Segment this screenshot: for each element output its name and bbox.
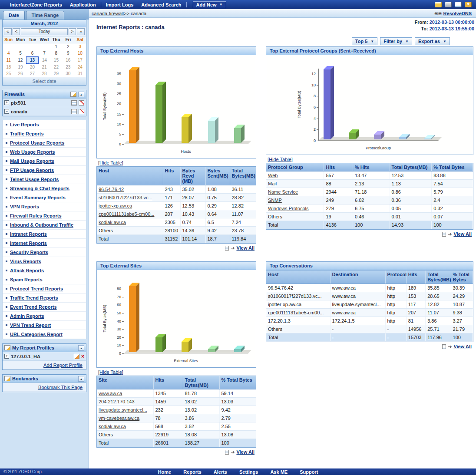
calendar-day[interactable]: 6: [26, 50, 38, 57]
report-link[interactable]: Streaming & Chat Reports: [10, 186, 69, 191]
report-link[interactable]: Traffic Trend Reports: [10, 295, 58, 300]
report-link[interactable]: Admin Reports: [10, 313, 44, 319]
report-link[interactable]: FTP Usage Reports: [10, 168, 54, 173]
report-link[interactable]: VPN Trend Report: [10, 323, 51, 328]
sidebar-item-inbound-outbound-traffic[interactable]: Inbound & Outbound Traffic: [3, 221, 86, 230]
today-button[interactable]: Today: [21, 28, 67, 35]
schedule-icon[interactable]: [455, 2, 462, 7]
nav-item-import-logs[interactable]: Import Logs: [106, 2, 134, 7]
hide-table-link[interactable]: [Hide Table]: [268, 157, 293, 162]
next-year-button[interactable]: »: [77, 28, 85, 35]
graph-icon[interactable]: [79, 100, 84, 106]
sidebar-item-intranet-reports[interactable]: Intranet Reports: [3, 230, 86, 239]
report-link[interactable]: Firewall Rules Reports: [10, 213, 62, 218]
report-icon[interactable]: [71, 109, 77, 114]
report-link[interactable]: VPN Reports: [10, 204, 39, 209]
footer-link-support[interactable]: Support: [300, 469, 318, 475]
view-all-link[interactable]: View All: [236, 245, 255, 251]
sidebar-item-protocol-usage-reports[interactable]: Protocol Usage Reports: [3, 139, 86, 148]
row-link[interactable]: SNMP: [268, 198, 282, 203]
sidebar-item-url-categories-report[interactable]: URL Categories Report: [3, 330, 86, 339]
top-n-dropdown[interactable]: Top 5▼: [352, 37, 377, 45]
report-link[interactable]: URL Categories Report: [10, 332, 63, 337]
calendar-day[interactable]: 29: [50, 70, 62, 77]
report-link[interactable]: Virus Reports: [10, 259, 41, 264]
firewall-name[interactable]: pix501: [11, 100, 69, 106]
report-link[interactable]: Security Reports: [10, 250, 48, 255]
filter-by-dropdown[interactable]: Filter by▼: [380, 37, 412, 45]
calendar-day[interactable]: 25: [3, 70, 14, 77]
collapse-icon[interactable]: ▲: [78, 92, 84, 97]
breadcrumb-parent-link[interactable]: canada-firewall: [92, 11, 124, 16]
calendar-day[interactable]: 5: [14, 50, 26, 57]
sidebar-item-admin-reports[interactable]: Admin Reports: [3, 312, 86, 321]
sidebar-item-firewall-rules-reports[interactable]: Firewall Rules Reports: [3, 211, 86, 221]
calendar-day[interactable]: 18: [3, 64, 14, 71]
prev-month-button[interactable]: <: [13, 28, 20, 35]
nav-item-interface-zone-reports[interactable]: Interface/Zone Reports: [10, 2, 62, 7]
row-link[interactable]: Name Service: [268, 189, 298, 195]
sidebar-item-traffic-reports[interactable]: Traffic Reports: [3, 129, 86, 139]
row-link[interactable]: Windows Protocols: [268, 206, 309, 211]
resolve-dns-link[interactable]: ◉◉ ResolveDNS: [434, 11, 472, 16]
sidebar-item-security-reports[interactable]: Security Reports: [3, 248, 86, 257]
sidebar-item-streaming-chat-reports[interactable]: Streaming & Chat Reports: [3, 184, 86, 193]
hide-table-link[interactable]: [Hide Table]: [98, 160, 123, 165]
calendar-day[interactable]: 21: [38, 64, 50, 71]
delete-icon[interactable]: ×: [81, 354, 84, 359]
report-link[interactable]: Intranet Reports: [10, 231, 47, 237]
calendar-day[interactable]: 13: [26, 57, 38, 64]
row-link[interactable]: liveupdate.symantecl...: [99, 407, 147, 412]
footer-link-ask-me[interactable]: Ask ME: [270, 469, 288, 475]
row-link[interactable]: cpe00111131abe5-cm00...: [99, 211, 154, 217]
add-new-dropdown[interactable]: Add New ▼: [193, 1, 226, 8]
calendar-day[interactable]: 8: [50, 50, 62, 57]
sidebar-item-event-summary-reports[interactable]: Event Summary Reports: [3, 193, 86, 202]
report-link[interactable]: Event Summary Reports: [10, 195, 66, 200]
calendar-day[interactable]: 24: [74, 64, 86, 71]
report-link[interactable]: Event Trend Reports: [10, 304, 57, 310]
report-link[interactable]: Web Usage Reports: [10, 149, 55, 155]
row-link[interactable]: ipotter-xp.aw.ca: [99, 203, 132, 208]
sidebar-item-traffic-trend-reports[interactable]: Traffic Trend Reports: [3, 294, 86, 303]
calendar-day[interactable]: 11: [3, 57, 14, 64]
footer-link-home[interactable]: Home: [158, 469, 172, 475]
sidebar-item-mail-usage-reports[interactable]: Mail Usage Reports: [3, 157, 86, 166]
calendar-day[interactable]: 22: [50, 64, 62, 71]
sidebar-item-internet-reports[interactable]: Internet Reports: [3, 239, 86, 248]
calendar-day[interactable]: 19: [14, 64, 26, 71]
row-link[interactable]: 96.54.76.42: [99, 187, 124, 192]
sidebar-item-virus-reports[interactable]: Virus Reports: [3, 257, 86, 266]
nav-item-application[interactable]: Application: [70, 2, 96, 7]
sidebar-item-spam-reports[interactable]: Spam Reports: [3, 275, 86, 284]
mail-icon[interactable]: [435, 2, 442, 7]
footer-link-reports[interactable]: Reports: [183, 469, 202, 475]
collapse-icon[interactable]: ▲: [78, 345, 84, 351]
sidebar-item-vpn-trend-report[interactable]: VPN Trend Report: [3, 321, 86, 330]
calendar-day[interactable]: 15: [50, 57, 62, 64]
prev-year-button[interactable]: «: [4, 28, 12, 35]
report-link[interactable]: Protocol Trend Reports: [10, 286, 63, 291]
hide-table-link[interactable]: [Hide Table]: [98, 369, 123, 375]
calendar-day[interactable]: 9: [62, 50, 74, 57]
calendar-day[interactable]: 10: [74, 50, 86, 57]
sidebar-item-web-usage-reports[interactable]: Web Usage Reports: [3, 148, 86, 157]
expand-icon[interactable]: −: [4, 109, 9, 114]
export-as-dropdown[interactable]: Export as▼: [415, 37, 450, 45]
report-link[interactable]: Protocol Usage Reports: [10, 140, 64, 145]
row-link[interactable]: kodiak.aw.ca: [99, 424, 126, 429]
tab-date[interactable]: Date: [3, 11, 25, 20]
firewall-name[interactable]: canada: [11, 109, 69, 114]
calendar-day[interactable]: 23: [62, 64, 74, 71]
report-link[interactable]: Attack Reports: [10, 268, 44, 273]
add-report-profile-link[interactable]: Add Report Profile: [43, 363, 83, 368]
report-icon[interactable]: [71, 100, 77, 106]
calendar-day[interactable]: 1: [50, 43, 62, 50]
calendar-day[interactable]: 30: [62, 70, 74, 77]
calendar-day[interactable]: 16: [62, 57, 74, 64]
report-link[interactable]: Internet Reports: [10, 241, 47, 246]
printer-icon[interactable]: [445, 2, 452, 7]
view-all-link[interactable]: View All: [453, 344, 472, 349]
sidebar-item-protocol-trend-reports[interactable]: Protocol Trend Reports: [3, 284, 86, 294]
calendar-day[interactable]: 17: [74, 57, 86, 64]
